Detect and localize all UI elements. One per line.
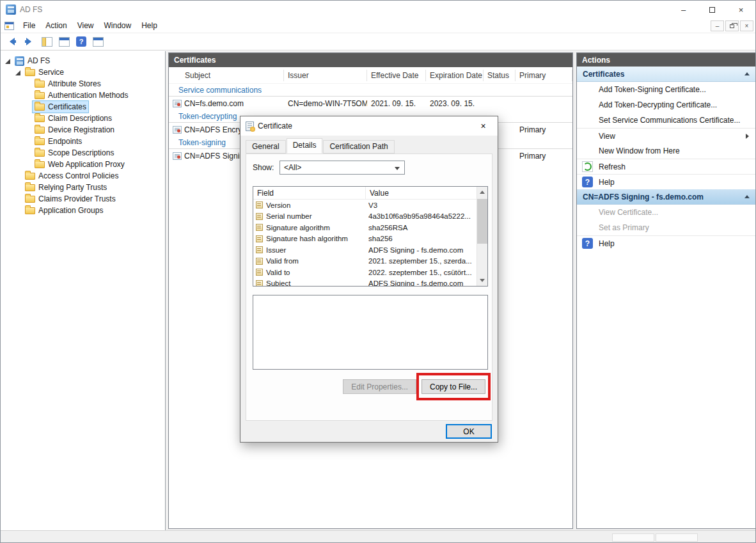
tree-item-application-groups[interactable]: Application Groups bbox=[1, 205, 165, 216]
actions-section-certificates[interactable]: Certificates bbox=[577, 67, 755, 82]
field-name: Issuer bbox=[266, 246, 368, 254]
forward-icon[interactable] bbox=[24, 38, 35, 45]
help-icon: ? bbox=[582, 177, 593, 187]
column-header-status[interactable]: Status bbox=[484, 70, 516, 81]
expander-icon[interactable] bbox=[4, 58, 10, 64]
actions-section-adfs-signing[interactable]: CN=ADFS Signing - fs.demo.com bbox=[577, 189, 755, 205]
dialog-close-button[interactable]: × bbox=[469, 116, 498, 136]
child-close-button[interactable]: × bbox=[740, 20, 753, 31]
action-add-token-signing-certificate[interactable]: Add Token-Signing Certificate... bbox=[577, 82, 755, 97]
ok-button[interactable]: OK bbox=[446, 424, 492, 439]
tree-item-certificates[interactable]: Certificates bbox=[1, 101, 165, 113]
field-value: sha256 bbox=[368, 235, 487, 242]
group-header-service-communications: Service communications bbox=[169, 84, 572, 97]
field-row-valid-to[interactable]: Valid to2022. szeptember 15., csütört... bbox=[253, 267, 487, 278]
field-value: 4a3b10f6a9b95a98464a5222... bbox=[368, 212, 487, 220]
tree-item-claim-descriptions[interactable]: Claim Descriptions bbox=[1, 113, 165, 124]
action-set-service-communications-certificate[interactable]: Set Service Communications Certificate..… bbox=[577, 113, 755, 128]
tree-item-label: Relying Party Trusts bbox=[38, 183, 107, 192]
minimize-button[interactable]: – bbox=[669, 1, 698, 19]
action-refresh[interactable]: Refresh bbox=[577, 159, 755, 174]
action-view[interactable]: View bbox=[577, 128, 755, 143]
column-header-effective-date[interactable]: Effective Date bbox=[367, 70, 426, 81]
field-name: Valid to bbox=[266, 269, 368, 276]
cell-subject: CN=fs.demo.com bbox=[184, 99, 244, 108]
tree-item-attribute-stores[interactable]: Attribute Stores bbox=[1, 78, 165, 90]
dialog-title: Certificate bbox=[258, 122, 292, 130]
action-new-window-from-here[interactable]: New Window from Here bbox=[577, 143, 755, 159]
scrollbar-thumb[interactable] bbox=[477, 199, 487, 244]
column-header-subject[interactable]: Subject bbox=[169, 70, 284, 81]
edit-properties-button[interactable]: Edit Properties... bbox=[343, 379, 416, 394]
menu-action[interactable]: Action bbox=[40, 19, 72, 32]
action-label: View bbox=[599, 132, 615, 141]
tree-item-access-control-policies[interactable]: Access Control Policies bbox=[1, 170, 165, 182]
action-set-as-primary[interactable]: Set as Primary bbox=[577, 220, 755, 235]
cell-expiration-date: 2023. 09. 15. bbox=[426, 99, 484, 108]
tree-item-endpoints[interactable]: Endpoints bbox=[1, 136, 165, 147]
pane-title: Certificates bbox=[169, 53, 572, 67]
show-hide-console-tree-icon[interactable] bbox=[42, 37, 52, 47]
action-help-signing[interactable]: ?Help bbox=[577, 235, 755, 251]
tab-general[interactable]: General bbox=[246, 140, 286, 153]
menu-view[interactable]: View bbox=[72, 19, 99, 32]
tree-item-relying-party-trusts[interactable]: Relying Party Trusts bbox=[1, 182, 165, 193]
tree-item-label: Authentication Methods bbox=[48, 91, 128, 100]
section-title: Certificates bbox=[583, 70, 624, 79]
window-title: AD FS bbox=[20, 5, 42, 14]
menu-window[interactable]: Window bbox=[99, 19, 137, 32]
field-row-subject[interactable]: SubjectADFS Signing - fs.demo.com bbox=[253, 278, 487, 287]
folder-icon bbox=[25, 173, 35, 180]
grid-column-value[interactable]: Value bbox=[366, 189, 487, 198]
folder-icon bbox=[35, 150, 45, 157]
child-restore-button[interactable] bbox=[725, 20, 739, 31]
copy-to-file-button[interactable]: Copy to File... bbox=[421, 379, 485, 394]
tree-item-service[interactable]: Service bbox=[1, 67, 165, 78]
child-minimize-button[interactable]: – bbox=[711, 20, 724, 31]
field-row-version[interactable]: VersionV3 bbox=[253, 200, 487, 211]
action-add-token-decrypting-certificate[interactable]: Add Token-Decrypting Certificate... bbox=[577, 97, 755, 113]
scroll-down-button[interactable] bbox=[477, 275, 487, 286]
tab-certification-path[interactable]: Certification Path bbox=[323, 140, 394, 153]
column-header-primary[interactable]: Primary bbox=[516, 70, 572, 81]
field-row-serial-number[interactable]: Serial number4a3b10f6a9b95a98464a5222... bbox=[253, 211, 487, 223]
tab-details[interactable]: Details bbox=[287, 138, 323, 153]
show-dropdown[interactable]: <All> bbox=[280, 161, 405, 175]
tree-item-claims-provider-trusts[interactable]: Claims Provider Trusts bbox=[1, 193, 165, 205]
menu-file[interactable]: File bbox=[18, 19, 40, 32]
console-panel-icon[interactable] bbox=[59, 37, 70, 47]
action-view-certificate[interactable]: View Certificate... bbox=[577, 205, 755, 220]
column-header-issuer[interactable]: Issuer bbox=[284, 70, 367, 81]
action-label: New Window from Here bbox=[599, 146, 680, 155]
scroll-up-button[interactable] bbox=[477, 187, 487, 198]
column-header-expiration-date[interactable]: Expiration Date bbox=[426, 70, 484, 81]
action-help[interactable]: ?Help bbox=[577, 174, 755, 189]
tree-item-scope-descriptions[interactable]: Scope Descriptions bbox=[1, 147, 165, 159]
maximize-button[interactable] bbox=[698, 1, 727, 19]
vertical-scrollbar[interactable] bbox=[476, 187, 487, 286]
tree-item-web-application-proxy[interactable]: Web Application Proxy bbox=[1, 159, 165, 170]
field-row-signature-hash-algorithm[interactable]: Signature hash algorithmsha256 bbox=[253, 233, 487, 245]
new-window-icon[interactable] bbox=[93, 37, 104, 47]
toolbar-help-icon[interactable]: ? bbox=[76, 36, 86, 47]
tree-item-authentication-methods[interactable]: Authentication Methods bbox=[1, 90, 165, 101]
field-name: Valid from bbox=[266, 257, 368, 265]
tree-item-device-registration[interactable]: Device Registration bbox=[1, 124, 165, 136]
certificate-row-service-communications[interactable]: CN=fs.demo.com CN=demo-WIN-7T5OM9... 202… bbox=[169, 97, 572, 110]
collapse-icon[interactable] bbox=[744, 195, 750, 198]
action-label: View Certificate... bbox=[599, 208, 658, 217]
details-tab-panel: Show: <All> Field Value VersionV3 Serial… bbox=[246, 153, 492, 421]
dialog-button-row: Edit Properties... Copy to File... bbox=[343, 379, 485, 394]
close-button[interactable]: × bbox=[727, 1, 755, 19]
menu-help[interactable]: Help bbox=[136, 19, 162, 32]
grid-column-field[interactable]: Field bbox=[253, 187, 366, 199]
expander-icon[interactable] bbox=[15, 70, 20, 75]
console-window-icon[interactable] bbox=[4, 22, 14, 30]
collapse-icon[interactable] bbox=[744, 72, 750, 75]
field-row-issuer[interactable]: IssuerADFS Signing - fs.demo.com bbox=[253, 244, 487, 256]
field-row-valid-from[interactable]: Valid from2021. szeptember 15., szerda..… bbox=[253, 256, 487, 267]
field-row-signature-algorithm[interactable]: Signature algorithmsha256RSA bbox=[253, 222, 487, 233]
tree-item-ad-fs[interactable]: AD FS bbox=[1, 55, 165, 67]
field-detail-preview-box[interactable] bbox=[253, 295, 488, 370]
back-icon[interactable] bbox=[6, 38, 17, 45]
